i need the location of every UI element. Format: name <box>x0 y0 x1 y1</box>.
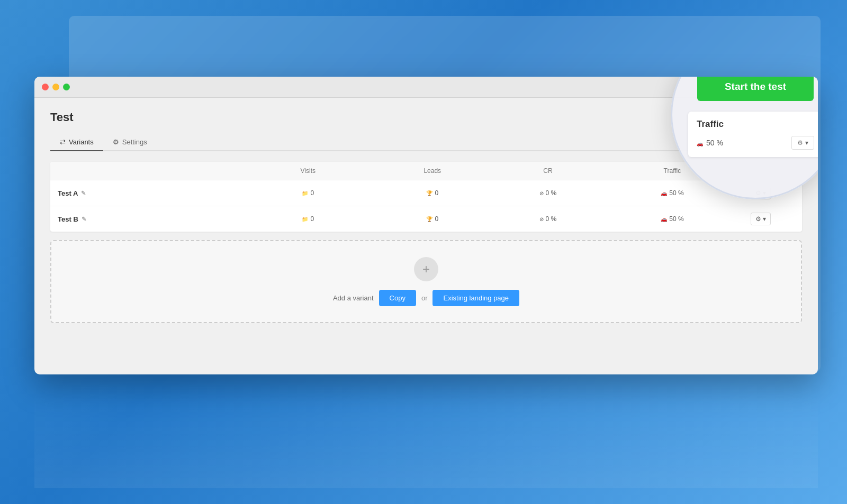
filter-icon-a <box>539 189 544 197</box>
traffic-section: Traffic 50 % <box>688 112 818 157</box>
add-variant-circle[interactable] <box>414 257 438 281</box>
variants-table: Visits Leads CR Traffic Test A <box>50 162 802 232</box>
edit-test-a-icon[interactable] <box>81 190 86 197</box>
cr-b: 0 % <box>502 215 593 223</box>
visits-b: 0 <box>253 215 363 223</box>
traffic-b: 50 % <box>609 215 736 223</box>
folder-icon-b <box>302 215 308 223</box>
plus-icon <box>422 262 430 277</box>
table-row: Test B 0 0 <box>50 206 802 232</box>
add-variant-controls: Add a variant Copy or Existing landing p… <box>333 290 519 306</box>
folder-icon-a <box>302 189 308 197</box>
leads-a: 0 <box>377 189 487 197</box>
traffic-caret-icon <box>805 139 808 146</box>
filter-icon-b <box>539 215 544 223</box>
edit-test-b-icon[interactable] <box>82 216 86 223</box>
gear-icon-b <box>755 215 761 223</box>
window-reflection <box>34 393 818 488</box>
tab-settings[interactable]: Settings <box>103 134 157 151</box>
col-name <box>50 162 246 180</box>
traffic-lights <box>42 84 70 90</box>
row-name-a: Test A <box>58 189 238 197</box>
caret-icon-b <box>763 215 766 223</box>
table-row: Test A 0 0 <box>50 180 802 206</box>
traffic-row: 50 % <box>697 136 814 150</box>
add-variant-section: Add a variant Copy or Existing landing p… <box>50 240 802 323</box>
tab-settings-label: Settings <box>122 138 147 146</box>
col-cr: CR <box>494 162 601 180</box>
copy-button[interactable]: Copy <box>379 290 416 306</box>
tab-variants[interactable]: Variants <box>50 134 103 151</box>
row-b-actions-btn[interactable] <box>751 213 771 225</box>
visits-a: 0 <box>253 189 363 197</box>
add-variant-label: Add a variant <box>333 294 374 302</box>
trophy-icon-b <box>426 215 432 223</box>
or-text: or <box>421 294 428 302</box>
traffic-title: Traffic <box>697 119 814 130</box>
car-icon-b <box>661 215 667 223</box>
settings-icon <box>113 138 119 146</box>
close-button[interactable] <box>42 84 49 90</box>
minimize-button[interactable] <box>52 84 59 90</box>
col-visits: Visits <box>246 162 370 180</box>
traffic-gear-icon <box>797 139 803 146</box>
variants-icon <box>60 138 66 146</box>
traffic-a: 50 % <box>609 189 736 197</box>
traffic-car-icon <box>697 139 703 147</box>
cr-a: 0 % <box>502 189 593 197</box>
car-icon-a <box>661 189 667 197</box>
maximize-button[interactable] <box>63 84 70 90</box>
existing-landing-page-button[interactable]: Existing landing page <box>432 290 519 306</box>
start-test-button[interactable]: Start the test <box>697 77 814 101</box>
col-leads: Leads <box>370 162 494 180</box>
test-a-label: Test A <box>58 189 78 197</box>
traffic-value: 50 % <box>697 139 723 147</box>
test-b-label: Test B <box>58 215 78 223</box>
traffic-percent: 50 % <box>706 139 723 147</box>
row-name-b: Test B <box>58 215 238 223</box>
tab-variants-label: Variants <box>69 138 94 146</box>
leads-b: 0 <box>377 215 487 223</box>
traffic-gear-button[interactable] <box>791 136 814 150</box>
main-window: Test Variants Settings Visits Leads CR T… <box>34 77 818 374</box>
trophy-icon-a <box>426 189 432 197</box>
